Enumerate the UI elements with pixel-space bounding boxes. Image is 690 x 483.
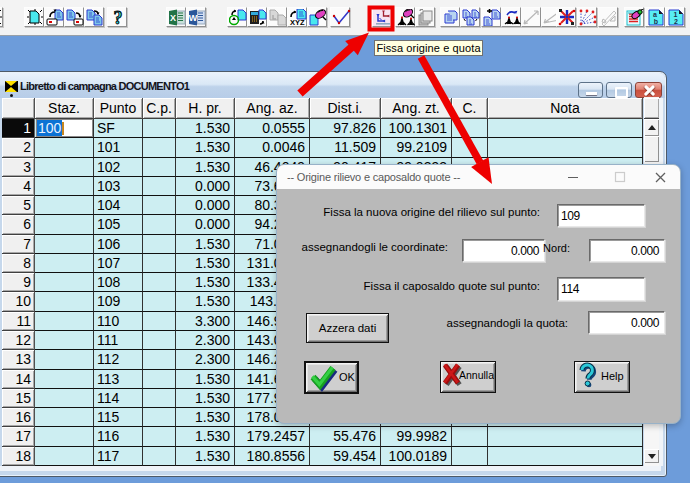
svg-text:W: W: [189, 13, 198, 23]
svg-text:X: X: [170, 13, 176, 23]
svg-text:?: ?: [114, 9, 123, 26]
svg-text:b: b: [654, 18, 658, 25]
svg-text:XYZ: XYZ: [290, 18, 305, 26]
svg-text:2: 2: [674, 18, 678, 25]
svg-text:OK: OK: [339, 371, 356, 383]
svg-text:Annulla: Annulla: [459, 369, 494, 381]
svg-text:Help: Help: [601, 370, 624, 382]
